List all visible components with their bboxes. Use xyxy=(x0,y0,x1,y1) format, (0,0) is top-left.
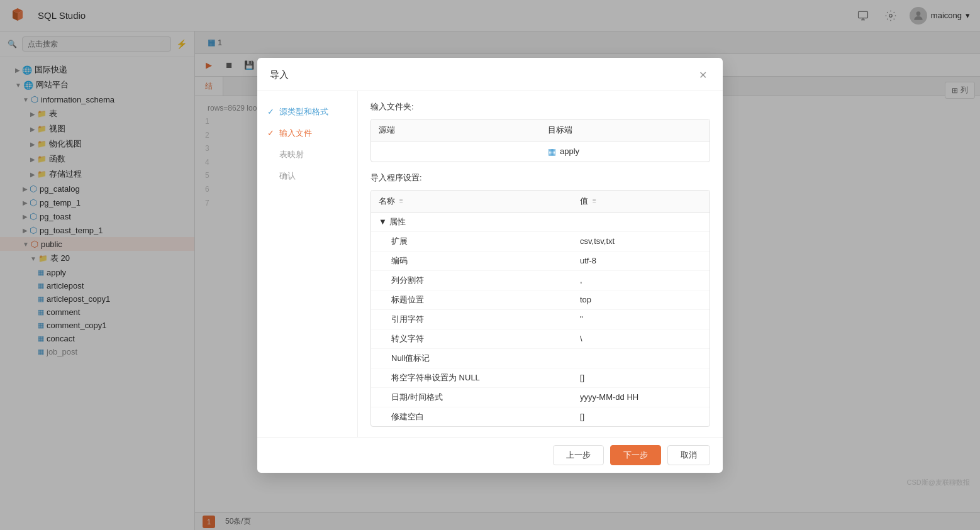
file-table-row: ▦ apply xyxy=(371,141,710,162)
settings-value-null-marker xyxy=(572,355,710,362)
import-dialog: 导入 ✕ ✓ 源类型和格式 ✓ 输入文件 ✓ 表映射 ✓ xyxy=(257,58,723,473)
modal-overlay[interactable]: 导入 ✕ ✓ 源类型和格式 ✓ 输入文件 ✓ 表映射 ✓ xyxy=(0,0,980,530)
settings-row-header-pos: 标题位置 top xyxy=(371,290,710,310)
settings-name-delimiter: 列分割符 xyxy=(371,271,572,290)
settings-value-escape: \ xyxy=(572,330,710,347)
step-2[interactable]: ✓ 输入文件 xyxy=(257,123,357,144)
settings-name-empty-null: 将空字符串设置为 NULL xyxy=(371,368,572,387)
step-normal-icon2: ✓ xyxy=(267,171,274,180)
step-1[interactable]: ✓ 源类型和格式 xyxy=(257,101,357,123)
file-table-header: 源端 目标端 xyxy=(371,119,710,141)
settings-table: 名称 ≡ 值 ≡ ▼ 属性 xyxy=(370,190,710,427)
settings-value-quote: " xyxy=(572,311,710,328)
dialog-header: 导入 ✕ xyxy=(257,58,723,91)
dialog-steps: ✓ 源类型和格式 ✓ 输入文件 ✓ 表映射 ✓ 确认 xyxy=(257,91,358,437)
settings-value-encoding: utf-8 xyxy=(572,252,710,269)
file-target-value: apply xyxy=(560,146,579,156)
settings-name-escape: 转义字符 xyxy=(371,329,572,348)
settings-row-quote: 引用字符 " xyxy=(371,310,710,329)
settings-row-null-marker: Null值标记 xyxy=(371,349,710,368)
name-header-text: 名称 xyxy=(379,196,395,207)
settings-name-encoding: 编码 xyxy=(371,251,572,270)
settings-name-ext: 扩展 xyxy=(371,232,572,251)
next-button[interactable]: 下一步 xyxy=(610,445,661,465)
settings-row-datetime: 日期/时间格式 yyyy-MM-dd HH xyxy=(371,388,710,407)
filter-icon-value: ≡ xyxy=(593,197,596,204)
settings-row-delimiter: 列分割符 , xyxy=(371,271,710,290)
settings-row-trim: 修建空白 [] xyxy=(371,407,710,426)
settings-value-delimiter: , xyxy=(572,272,710,289)
cancel-button[interactable]: 取消 xyxy=(667,445,710,465)
step-active-icon: ✓ xyxy=(267,128,274,138)
settings-value-ext: csv,tsv,txt xyxy=(572,233,710,250)
prev-button[interactable]: 上一步 xyxy=(553,445,604,465)
step-1-label: 源类型和格式 xyxy=(279,106,328,118)
step-3-label: 表映射 xyxy=(279,149,304,160)
step-4-label: 确认 xyxy=(279,170,296,182)
settings-row-encoding: 编码 utf-8 xyxy=(371,251,710,271)
settings-name-datetime: 日期/时间格式 xyxy=(371,388,572,407)
dialog-main-content: 输入文件夹: 源端 目标端 ▦ apply xyxy=(358,91,723,437)
settings-value-header-pos: top xyxy=(572,291,710,308)
settings-body: ▼ 属性 扩展 csv,tsv,txt 编码 utf-8 xyxy=(371,213,710,426)
settings-row-ext: 扩展 csv,tsv,txt xyxy=(371,232,710,251)
close-button[interactable]: ✕ xyxy=(695,68,710,83)
dialog-footer: 上一步 下一步 取消 xyxy=(257,437,723,473)
dialog-title: 导入 xyxy=(270,69,695,81)
settings-value-datetime: yyyy-MM-dd HH xyxy=(572,389,710,406)
settings-name-null-marker: Null值标记 xyxy=(371,349,572,368)
group-value-attributes xyxy=(572,218,710,226)
file-header-target: 目标端 xyxy=(540,119,710,141)
dialog-body: ✓ 源类型和格式 ✓ 输入文件 ✓ 表映射 ✓ 确认 xyxy=(257,91,723,437)
input-folder-label: 输入文件夹: xyxy=(370,101,710,113)
importer-settings-label: 导入程序设置: xyxy=(370,172,710,184)
group-name-attributes: ▼ 属性 xyxy=(371,213,572,231)
step-3[interactable]: ✓ 表映射 xyxy=(257,144,357,165)
settings-header: 名称 ≡ 值 ≡ xyxy=(371,190,710,213)
table-grid-icon: ▦ xyxy=(548,146,556,157)
file-data-source xyxy=(371,141,540,162)
step-normal-icon: ✓ xyxy=(267,150,274,159)
file-header-source: 源端 xyxy=(371,119,540,141)
step-2-label: 输入文件 xyxy=(279,128,312,139)
group-row-attributes: ▼ 属性 xyxy=(371,213,710,232)
settings-name-header-pos: 标题位置 xyxy=(371,290,572,309)
step-4[interactable]: ✓ 确认 xyxy=(257,165,357,187)
value-header-text: 值 xyxy=(580,196,588,207)
settings-header-name: 名称 ≡ xyxy=(371,190,572,212)
settings-value-trim: [] xyxy=(572,408,710,425)
step-check-icon: ✓ xyxy=(267,107,274,116)
file-table: 源端 目标端 ▦ apply xyxy=(370,119,710,162)
settings-header-value: 值 ≡ xyxy=(572,190,710,212)
settings-row-escape: 转义字符 \ xyxy=(371,329,710,349)
settings-name-quote: 引用字符 xyxy=(371,310,572,329)
settings-row-empty-null: 将空字符串设置为 NULL [] xyxy=(371,368,710,388)
filter-icon-name: ≡ xyxy=(399,197,403,204)
file-data-target: ▦ apply xyxy=(540,141,710,162)
settings-value-empty-null: [] xyxy=(572,369,710,386)
settings-name-trim: 修建空白 xyxy=(371,407,572,426)
collapse-icon: ▼ xyxy=(379,217,387,226)
